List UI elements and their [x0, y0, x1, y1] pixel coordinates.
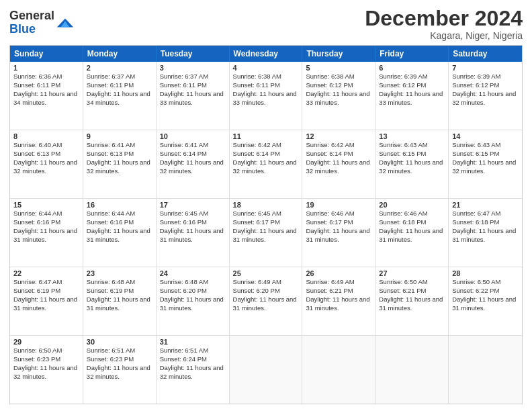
cell-dec-22: 22 Sunrise: 6:47 AMSunset: 6:19 PMDaylig… — [10, 267, 83, 335]
cell-info: Sunrise: 6:42 AMSunset: 6:14 PMDaylight:… — [306, 141, 371, 175]
cell-info: Sunrise: 6:44 AMSunset: 6:16 PMDaylight:… — [87, 210, 152, 244]
cell-empty-3 — [375, 336, 449, 404]
logo: General Blue — [9, 9, 75, 36]
day-num: 14 — [452, 132, 519, 140]
cell-info: Sunrise: 6:38 AMSunset: 6:12 PMDaylight:… — [306, 73, 371, 107]
cell-dec-27: 27 Sunrise: 6:50 AMSunset: 6:21 PMDaylig… — [375, 267, 449, 335]
cell-dec-5: 5 Sunrise: 6:38 AMSunset: 6:12 PMDayligh… — [302, 62, 375, 130]
day-num: 4 — [233, 64, 299, 72]
cell-info: Sunrise: 6:43 AMSunset: 6:15 PMDaylight:… — [379, 141, 445, 175]
cell-dec-30: 30 Sunrise: 6:51 AMSunset: 6:23 PMDaylig… — [83, 336, 157, 404]
day-num: 9 — [87, 132, 152, 140]
logo-general-text: General — [9, 9, 54, 22]
calendar: Sunday Monday Tuesday Wednesday Thursday… — [9, 45, 523, 404]
cell-dec-12: 12 Sunrise: 6:42 AMSunset: 6:14 PMDaylig… — [302, 130, 375, 198]
cell-dec-9: 9 Sunrise: 6:41 AMSunset: 6:13 PMDayligh… — [83, 130, 157, 198]
cell-dec-16: 16 Sunrise: 6:44 AMSunset: 6:16 PMDaylig… — [83, 199, 157, 267]
cell-info: Sunrise: 6:41 AMSunset: 6:13 PMDaylight:… — [87, 141, 152, 175]
cell-dec-14: 14 Sunrise: 6:43 AMSunset: 6:15 PMDaylig… — [449, 130, 522, 198]
cell-dec-31: 31 Sunrise: 6:51 AMSunset: 6:24 PMDaylig… — [157, 336, 230, 404]
day-num: 15 — [13, 201, 79, 209]
day-num: 7 — [452, 64, 519, 72]
cell-dec-8: 8 Sunrise: 6:40 AMSunset: 6:13 PMDayligh… — [10, 130, 83, 198]
day-num: 12 — [306, 132, 371, 140]
cell-info: Sunrise: 6:44 AMSunset: 6:16 PMDaylight:… — [13, 210, 79, 244]
cell-info: Sunrise: 6:46 AMSunset: 6:17 PMDaylight:… — [306, 210, 371, 244]
day-num: 30 — [87, 338, 152, 346]
day-num: 20 — [379, 201, 445, 209]
day-num: 25 — [233, 269, 299, 277]
day-num: 28 — [452, 269, 519, 277]
header-sunday: Sunday — [10, 46, 83, 62]
cell-info: Sunrise: 6:42 AMSunset: 6:14 PMDaylight:… — [233, 141, 299, 175]
cell-dec-7: 7 Sunrise: 6:39 AMSunset: 6:12 PMDayligh… — [449, 62, 522, 130]
day-num: 3 — [160, 64, 226, 72]
cell-dec-26: 26 Sunrise: 6:49 AMSunset: 6:21 PMDaylig… — [302, 267, 375, 335]
day-num: 6 — [379, 64, 445, 72]
cell-info: Sunrise: 6:49 AMSunset: 6:20 PMDaylight:… — [233, 278, 299, 312]
day-num: 11 — [233, 132, 299, 140]
cell-empty-4 — [449, 336, 522, 404]
day-num: 2 — [87, 64, 152, 72]
logo-icon — [56, 13, 75, 32]
logo-blue-text: Blue — [9, 22, 36, 36]
cell-info: Sunrise: 6:48 AMSunset: 6:19 PMDaylight:… — [87, 278, 152, 312]
day-num: 19 — [306, 201, 371, 209]
cell-empty-2 — [302, 336, 375, 404]
week-1: 1 Sunrise: 6:36 AMSunset: 6:11 PMDayligh… — [10, 62, 522, 130]
month-title: December 2024 — [365, 7, 523, 30]
cell-info: Sunrise: 6:39 AMSunset: 6:12 PMDaylight:… — [452, 73, 519, 107]
cell-dec-11: 11 Sunrise: 6:42 AMSunset: 6:14 PMDaylig… — [230, 130, 303, 198]
week-3: 15 Sunrise: 6:44 AMSunset: 6:16 PMDaylig… — [10, 199, 522, 267]
day-num: 26 — [306, 269, 371, 277]
day-num: 1 — [13, 64, 79, 72]
week-2: 8 Sunrise: 6:40 AMSunset: 6:13 PMDayligh… — [10, 130, 522, 199]
day-num: 5 — [306, 64, 371, 72]
day-num: 8 — [13, 132, 79, 140]
cell-info: Sunrise: 6:48 AMSunset: 6:20 PMDaylight:… — [160, 278, 226, 312]
cell-info: Sunrise: 6:47 AMSunset: 6:19 PMDaylight:… — [13, 278, 79, 312]
cell-info: Sunrise: 6:51 AMSunset: 6:23 PMDaylight:… — [87, 347, 152, 381]
cell-info: Sunrise: 6:37 AMSunset: 6:11 PMDaylight:… — [87, 73, 152, 107]
week-5: 29 Sunrise: 6:50 AMSunset: 6:23 PMDaylig… — [10, 336, 522, 404]
cell-dec-4: 4 Sunrise: 6:38 AMSunset: 6:11 PMDayligh… — [230, 62, 303, 130]
day-num: 17 — [160, 201, 226, 209]
cell-dec-23: 23 Sunrise: 6:48 AMSunset: 6:19 PMDaylig… — [83, 267, 157, 335]
cell-dec-20: 20 Sunrise: 6:46 AMSunset: 6:18 PMDaylig… — [375, 199, 449, 267]
header-saturday: Saturday — [449, 46, 522, 62]
cell-dec-19: 19 Sunrise: 6:46 AMSunset: 6:17 PMDaylig… — [302, 199, 375, 267]
day-num: 27 — [379, 269, 445, 277]
header-tuesday: Tuesday — [157, 46, 230, 62]
cell-dec-24: 24 Sunrise: 6:48 AMSunset: 6:20 PMDaylig… — [157, 267, 230, 335]
calendar-body: 1 Sunrise: 6:36 AMSunset: 6:11 PMDayligh… — [10, 62, 522, 404]
header-thursday: Thursday — [302, 46, 375, 62]
header: General Blue December 2024 Kagara, Niger… — [9, 7, 523, 41]
cell-info: Sunrise: 6:50 AMSunset: 6:23 PMDaylight:… — [13, 347, 79, 381]
day-num: 31 — [160, 338, 226, 346]
day-num: 29 — [13, 338, 79, 346]
day-num: 23 — [87, 269, 152, 277]
location: Kagara, Niger, Nigeria — [365, 30, 523, 41]
cell-info: Sunrise: 6:36 AMSunset: 6:11 PMDaylight:… — [13, 73, 79, 107]
header-wednesday: Wednesday — [230, 46, 303, 62]
cell-dec-3: 3 Sunrise: 6:37 AMSunset: 6:11 PMDayligh… — [157, 62, 230, 130]
day-num: 10 — [160, 132, 226, 140]
cell-dec-29: 29 Sunrise: 6:50 AMSunset: 6:23 PMDaylig… — [10, 336, 83, 404]
title-area: December 2024 Kagara, Niger, Nigeria — [365, 7, 523, 41]
cell-dec-6: 6 Sunrise: 6:39 AMSunset: 6:12 PMDayligh… — [375, 62, 449, 130]
cell-info: Sunrise: 6:51 AMSunset: 6:24 PMDaylight:… — [160, 347, 226, 381]
cell-info: Sunrise: 6:39 AMSunset: 6:12 PMDaylight:… — [379, 73, 445, 107]
cell-dec-10: 10 Sunrise: 6:41 AMSunset: 6:14 PMDaylig… — [157, 130, 230, 198]
cell-info: Sunrise: 6:40 AMSunset: 6:13 PMDaylight:… — [13, 141, 79, 175]
cell-info: Sunrise: 6:38 AMSunset: 6:11 PMDaylight:… — [233, 73, 299, 107]
day-num: 21 — [452, 201, 519, 209]
day-num: 18 — [233, 201, 299, 209]
header-friday: Friday — [375, 46, 449, 62]
cell-dec-18: 18 Sunrise: 6:45 AMSunset: 6:17 PMDaylig… — [230, 199, 303, 267]
cell-info: Sunrise: 6:49 AMSunset: 6:21 PMDaylight:… — [306, 278, 371, 312]
cell-info: Sunrise: 6:47 AMSunset: 6:18 PMDaylight:… — [452, 210, 519, 244]
cell-info: Sunrise: 6:43 AMSunset: 6:15 PMDaylight:… — [452, 141, 519, 175]
cell-dec-25: 25 Sunrise: 6:49 AMSunset: 6:20 PMDaylig… — [230, 267, 303, 335]
cell-dec-21: 21 Sunrise: 6:47 AMSunset: 6:18 PMDaylig… — [449, 199, 522, 267]
cell-dec-2: 2 Sunrise: 6:37 AMSunset: 6:11 PMDayligh… — [83, 62, 157, 130]
